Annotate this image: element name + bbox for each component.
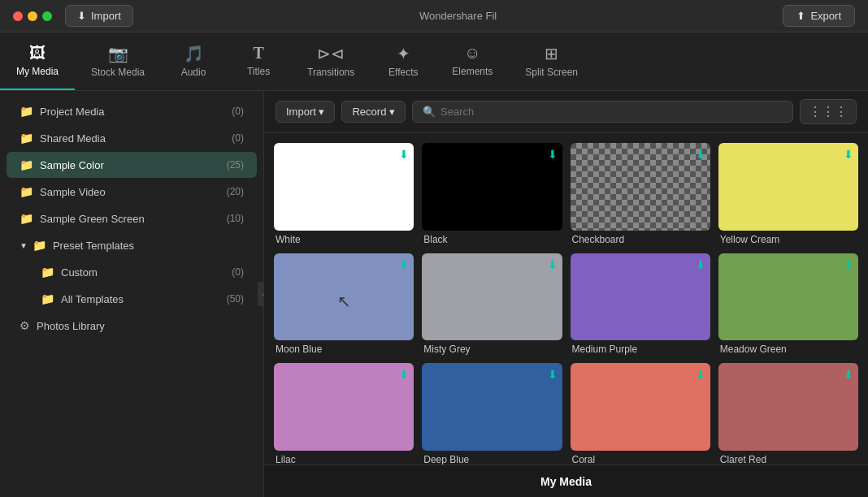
tab-elements-label: Elements <box>452 66 493 77</box>
nav-tabs: 🖼 My Media 📷 Stock Media 🎵 Audio T Title… <box>0 32 868 91</box>
grid-icon: ⋮⋮⋮ <box>809 105 848 119</box>
media-label-lilac: Lilac <box>274 454 414 465</box>
close-button[interactable] <box>13 11 23 21</box>
tab-transitions[interactable]: ⊳⊲ Transitions <box>291 32 371 90</box>
media-grid: ⬇White⬇Black⬇Checkboard⬇Yellow Cream⬇↖Mo… <box>264 133 868 465</box>
titles-icon: T <box>253 44 263 63</box>
tab-titles[interactable]: T Titles <box>226 32 291 90</box>
tab-my-media-label: My Media <box>16 66 59 77</box>
media-label-misty-grey: Misty Grey <box>422 344 562 355</box>
preset-templates-toggle[interactable]: ▼ 📁 Preset Templates <box>7 232 257 258</box>
download-icon-deep-blue[interactable]: ⬇ <box>548 368 558 381</box>
sidebar-item-sample-green-screen[interactable]: 📁 Sample Green Screen (10) <box>7 205 257 231</box>
custom-label: Custom <box>61 266 232 279</box>
tab-stock-media-label: Stock Media <box>91 67 145 78</box>
sidebar-item-custom[interactable]: 📁 Custom (0) <box>7 259 257 285</box>
titlebar: ⬇ Import Wondershare Fil ⬆ Export <box>0 0 868 32</box>
media-item-moon-blue[interactable]: ⬇↖Moon Blue <box>274 253 414 356</box>
stock-media-icon: 📷 <box>108 44 128 63</box>
app-title: Wondershare Fil <box>419 10 497 22</box>
media-item-deep-blue[interactable]: ⬇Deep Blue <box>422 363 562 465</box>
tab-stock-media[interactable]: 📷 Stock Media <box>75 32 161 90</box>
sidebar-item-project-media[interactable]: 📁 Project Media (0) <box>7 98 257 124</box>
tab-my-media[interactable]: 🖼 My Media <box>0 32 75 90</box>
media-item-medium-purple[interactable]: ⬇Medium Purple <box>571 253 710 356</box>
folder-icon-sample-color: 📁 <box>20 158 33 171</box>
folder-icon-green-screen: 📁 <box>20 212 33 225</box>
sample-video-label: Sample Video <box>40 186 227 198</box>
download-icon-medium-purple[interactable]: ⬇ <box>696 258 705 271</box>
media-label-moon-blue: Moon Blue <box>274 344 414 355</box>
tab-effects[interactable]: ✦ Effects <box>371 32 436 90</box>
tab-audio[interactable]: 🎵 Audio <box>161 32 226 90</box>
record-dropdown-button[interactable]: Record ▾ <box>341 101 406 123</box>
tab-split-screen[interactable]: ⊞ Split Screen <box>509 32 594 90</box>
project-media-count: (0) <box>232 106 244 117</box>
shared-media-count: (0) <box>232 132 244 144</box>
download-icon-checkboard[interactable]: ⬇ <box>696 148 705 161</box>
traffic-lights <box>13 11 52 21</box>
custom-count: (0) <box>232 266 244 278</box>
tab-elements[interactable]: ☺ Elements <box>436 32 509 90</box>
search-input[interactable] <box>441 106 783 118</box>
media-item-yellow-cream[interactable]: ⬇Yellow Cream <box>718 143 858 245</box>
project-media-label: Project Media <box>40 106 232 118</box>
sample-color-count: (25) <box>227 159 244 171</box>
sample-color-label: Sample Color <box>40 159 227 171</box>
export-label: Export <box>810 10 841 22</box>
media-item-meadow-green[interactable]: ⬇Meadow Green <box>718 253 858 356</box>
elements-icon: ☺ <box>464 44 480 63</box>
tab-effects-label: Effects <box>388 67 418 78</box>
media-item-white[interactable]: ⬇White <box>274 143 414 245</box>
download-icon-moon-blue[interactable]: ⬇ <box>399 258 409 271</box>
download-icon-black[interactable]: ⬇ <box>548 148 558 161</box>
media-item-claret-red[interactable]: ⬇Claret Red <box>718 363 858 465</box>
minimize-button[interactable] <box>28 11 37 21</box>
export-button[interactable]: ⬆ Export <box>783 5 855 27</box>
titlebar-left: ⬇ Import <box>13 5 133 27</box>
split-screen-icon: ⊞ <box>545 44 558 63</box>
download-icon-claret-red[interactable]: ⬇ <box>844 368 853 381</box>
media-label-checkboard: Checkboard <box>571 234 710 245</box>
import-label: Import <box>91 10 121 22</box>
media-item-checkboard[interactable]: ⬇Checkboard <box>571 143 710 245</box>
sidebar-item-photos-library[interactable]: ⚙ Photos Library <box>7 313 257 339</box>
media-label-claret-red: Claret Red <box>718 454 858 465</box>
grid-toggle-button[interactable]: ⋮⋮⋮ <box>800 99 857 124</box>
search-box[interactable]: 🔍 <box>412 101 793 123</box>
effects-icon: ✦ <box>397 44 410 63</box>
my-media-icon: 🖼 <box>29 44 46 63</box>
export-icon: ⬆ <box>796 10 805 22</box>
sidebar-item-shared-media[interactable]: 📁 Shared Media (0) <box>7 125 257 151</box>
import-button[interactable]: ⬇ Import <box>65 5 133 27</box>
main-layout: 📁 Project Media (0) 📁 Shared Media (0) 📁… <box>0 91 868 497</box>
download-icon-white[interactable]: ⬇ <box>399 148 409 161</box>
download-icon-misty-grey[interactable]: ⬇ <box>548 258 558 271</box>
folder-icon-custom: 📁 <box>41 266 54 279</box>
fullscreen-button[interactable] <box>42 11 52 21</box>
media-item-black[interactable]: ⬇Black <box>422 143 562 245</box>
sidebar-item-sample-color[interactable]: 📁 Sample Color (25) <box>7 152 257 178</box>
sidebar-item-sample-video[interactable]: 📁 Sample Video (20) <box>7 179 257 205</box>
photos-library-icon: ⚙ <box>20 319 30 332</box>
tab-titles-label: Titles <box>247 66 270 77</box>
media-item-lilac[interactable]: ⬇Lilac <box>274 363 414 465</box>
download-icon-meadow-green[interactable]: ⬇ <box>844 258 853 271</box>
media-item-misty-grey[interactable]: ⬇Misty Grey <box>422 253 562 356</box>
all-templates-label: All Templates <box>61 293 227 305</box>
sidebar-item-all-templates[interactable]: 📁 All Templates (50) <box>7 286 257 312</box>
content-area: Import ▾ Record ▾ 🔍 ⋮⋮⋮ ⬇White⬇Black⬇Che… <box>264 91 868 497</box>
media-item-coral[interactable]: ⬇Coral <box>571 363 710 465</box>
media-label-white: White <box>274 234 414 245</box>
sample-green-screen-label: Sample Green Screen <box>40 213 227 225</box>
folder-icon-shared: 📁 <box>20 132 33 145</box>
shared-media-label: Shared Media <box>40 132 232 145</box>
import-dropdown-label: Import ▾ <box>286 106 324 118</box>
download-icon-coral[interactable]: ⬇ <box>696 368 705 381</box>
sidebar-collapse-handle[interactable]: ‹ <box>258 282 264 306</box>
import-dropdown-button[interactable]: Import ▾ <box>276 101 335 123</box>
download-icon-lilac[interactable]: ⬇ <box>399 368 409 381</box>
content-toolbar: Import ▾ Record ▾ 🔍 ⋮⋮⋮ <box>264 91 868 133</box>
media-label-yellow-cream: Yellow Cream <box>718 234 858 245</box>
download-icon-yellow-cream[interactable]: ⬇ <box>844 148 853 161</box>
